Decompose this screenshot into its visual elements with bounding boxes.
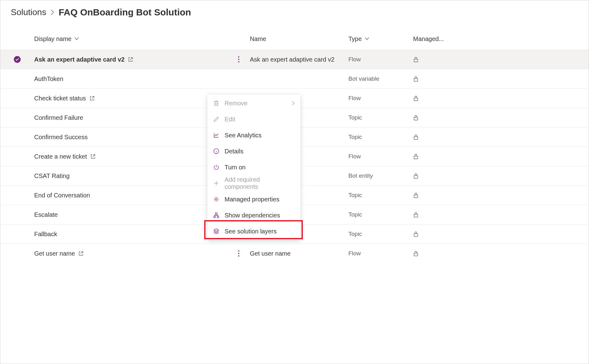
- lock-icon: [413, 212, 419, 218]
- name-cell: Ask an expert adaptive card v2: [250, 56, 348, 63]
- ctx-label: Details: [225, 148, 243, 155]
- ctx-see-solution-layers[interactable]: See solution layers: [207, 223, 300, 239]
- more-actions-button[interactable]: [236, 249, 241, 258]
- ctx-label: Turn on: [225, 164, 246, 171]
- display-name-cell[interactable]: Ask an expert adaptive card v2: [34, 56, 225, 63]
- svg-rect-0: [414, 59, 418, 62]
- ctx-add-required[interactable]: Add required components: [207, 175, 300, 191]
- external-link-icon: [91, 154, 95, 159]
- ctx-details[interactable]: Details: [207, 143, 300, 159]
- table-row[interactable]: Ask an expert adaptive card v2Ask an exp…: [0, 50, 589, 69]
- type-cell: Topic: [348, 114, 413, 121]
- managed-cell: [413, 134, 456, 140]
- lock-icon: [413, 76, 419, 82]
- column-type[interactable]: Type: [348, 35, 413, 42]
- ctx-show-dependencies[interactable]: Show dependencies: [207, 207, 300, 223]
- display-name-cell[interactable]: Escalate: [34, 211, 225, 218]
- ctx-label: See Analytics: [225, 132, 262, 139]
- display-name-cell[interactable]: Confirmed Failure: [34, 114, 225, 121]
- managed-cell: [413, 76, 456, 82]
- ctx-label: Managed properties: [225, 196, 279, 203]
- column-label: Managed...: [413, 35, 444, 42]
- column-label: Type: [348, 35, 362, 42]
- lock-icon: [413, 173, 419, 179]
- type-cell: Topic: [348, 211, 413, 218]
- type-cell: Flow: [348, 95, 413, 102]
- table-row[interactable]: AuthTokenBot variable: [0, 69, 589, 88]
- column-display-name[interactable]: Display name: [34, 35, 225, 42]
- svg-rect-10: [414, 253, 418, 256]
- type-cell: Topic: [348, 231, 413, 237]
- type-cell: Topic: [348, 134, 413, 140]
- display-name-cell[interactable]: Get user name: [34, 250, 225, 257]
- type-cell: Flow: [348, 250, 413, 257]
- lock-icon: [413, 115, 419, 121]
- svg-rect-15: [217, 216, 219, 218]
- ctx-see-analytics[interactable]: See Analytics: [207, 127, 300, 143]
- managed-cell: [413, 250, 456, 257]
- display-name-cell[interactable]: AuthToken: [34, 75, 225, 83]
- lock-icon: [413, 231, 419, 237]
- display-name-text: Create a new ticket: [34, 153, 87, 160]
- svg-rect-3: [414, 117, 418, 120]
- more-actions-button[interactable]: [236, 55, 241, 64]
- table-header: Display name Name Type Managed...: [0, 28, 589, 50]
- ctx-label: Show dependencies: [225, 212, 280, 219]
- trash-icon: [213, 100, 220, 106]
- chevron-right-icon: [51, 9, 54, 15]
- display-name-text: End of Conversation: [34, 192, 90, 199]
- svg-rect-14: [214, 216, 215, 218]
- external-link-icon: [90, 96, 95, 101]
- svg-rect-7: [414, 195, 418, 198]
- display-name-text: Ask an expert adaptive card v2: [34, 56, 124, 63]
- managed-cell: [413, 56, 456, 63]
- svg-rect-8: [414, 214, 418, 217]
- display-name-cell[interactable]: CSAT Rating: [34, 172, 225, 180]
- lock-icon: [413, 250, 419, 257]
- context-menu: Remove Edit See Analytics Details: [207, 95, 300, 240]
- display-name-cell[interactable]: Fallback: [34, 231, 225, 238]
- display-name-text: Confirmed Success: [34, 134, 87, 141]
- lock-icon: [413, 95, 419, 101]
- display-name-cell[interactable]: End of Conversation: [34, 192, 225, 199]
- managed-cell: [413, 153, 456, 160]
- pencil-icon: [213, 116, 220, 122]
- svg-rect-5: [414, 156, 418, 159]
- breadcrumb: Solutions FAQ OnBoarding Bot Solution: [0, 0, 589, 28]
- display-name-text: Escalate: [34, 211, 58, 218]
- dependencies-icon: [213, 212, 220, 218]
- power-icon: [213, 164, 220, 170]
- type-cell: Bot entity: [348, 172, 413, 179]
- display-name-text: Fallback: [34, 231, 57, 238]
- ctx-label: Remove: [225, 100, 247, 107]
- lock-icon: [413, 192, 419, 198]
- managed-cell: [413, 115, 456, 121]
- layers-icon: [213, 228, 220, 234]
- chevron-down-icon: [75, 37, 79, 40]
- svg-rect-9: [414, 234, 418, 237]
- display-name-cell[interactable]: Confirmed Success: [34, 134, 225, 141]
- external-link-icon: [79, 251, 83, 256]
- external-link-icon: [128, 57, 133, 62]
- breadcrumb-parent[interactable]: Solutions: [11, 7, 46, 17]
- column-name[interactable]: Name: [250, 35, 348, 42]
- table-row[interactable]: Get user nameGet user nameFlow: [0, 244, 589, 263]
- ctx-remove[interactable]: Remove: [207, 95, 300, 111]
- column-label: Name: [250, 35, 266, 42]
- ctx-label: See solution layers: [225, 228, 277, 235]
- managed-cell: [413, 231, 456, 237]
- type-cell: Bot variable: [348, 75, 413, 82]
- type-cell: Topic: [348, 192, 413, 199]
- column-managed[interactable]: Managed...: [413, 35, 456, 42]
- analytics-icon: [213, 132, 220, 138]
- column-label: Display name: [34, 35, 71, 42]
- ctx-managed-properties[interactable]: Managed properties: [207, 191, 300, 207]
- ctx-turn-on[interactable]: Turn on: [207, 159, 300, 175]
- managed-cell: [413, 212, 456, 218]
- row-select-cell[interactable]: [0, 56, 34, 63]
- display-name-text: CSAT Rating: [34, 172, 70, 180]
- ctx-label: Add required components: [225, 176, 295, 190]
- ctx-edit[interactable]: Edit: [207, 111, 300, 127]
- display-name-cell[interactable]: Create a new ticket: [34, 153, 225, 160]
- display-name-cell[interactable]: Check ticket status: [34, 95, 225, 102]
